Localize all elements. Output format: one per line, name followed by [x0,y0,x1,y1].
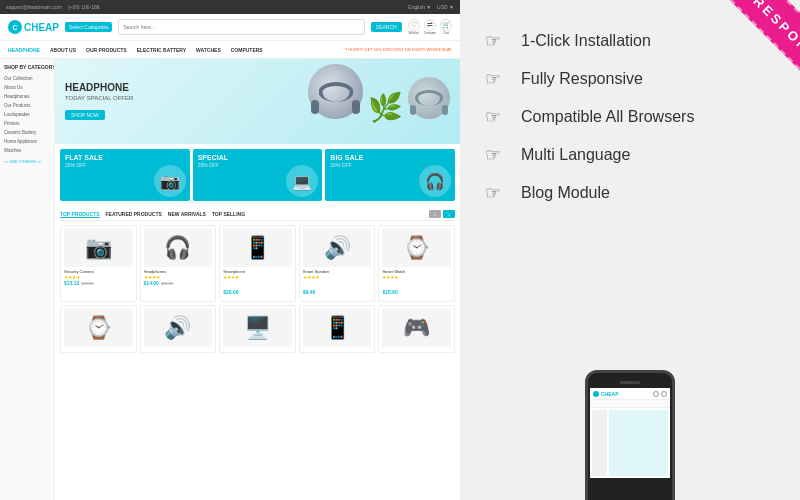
product-image: 📱 [223,229,292,267]
nav-watches[interactable]: WATCHES [196,47,221,53]
phone-sidebar [592,410,607,476]
promo-banner-3[interactable]: BIG SALE 20% OFF 🎧 [325,149,455,201]
wishlist-icon-wrap[interactable]: ♡ Wishlist [408,19,420,35]
site-header: C CHEAP Select Categories SEARCH ♡ Wishl… [0,14,460,41]
product-card-row2[interactable]: 🔊 [140,305,217,353]
sidebar-title: SHOP BY CATEGORY [4,64,50,70]
tab-top-products[interactable]: TOP PRODUCTS [60,211,100,218]
promo-banner-2[interactable]: SPECIAL 20% OFF 💻 [193,149,323,201]
feature-icon: ☞ [485,106,509,128]
hero-product-image2 [408,77,450,119]
feature-5-text: Blog Module [521,184,610,202]
sidebar-item[interactable]: Our Collection [4,74,50,83]
topbar-phone: (+00) 100-186 [68,4,100,10]
product-emoji: 📷 [85,235,112,261]
product-emoji: 🎮 [403,315,430,341]
product-image: ⌚ [64,309,133,347]
products-section: TOP PRODUCTS FEATURED PRODUCTS NEW ARRIV… [55,206,460,357]
tab-top-selling[interactable]: TOP SELLING [212,211,245,217]
promo-2-label: SPECIAL [198,154,228,162]
website-preview: support@thedomain.com (+00) 100-186 Engl… [0,0,460,500]
responsive-ribbon: RESPONSIVE [670,0,800,170]
tab-next-button[interactable]: › [443,210,455,218]
nav-headphone[interactable]: HEADPHONE [8,47,40,53]
feature-1-text: 1-Click Installation [521,32,651,50]
product-card[interactable]: 🔊 Smart Speaker ★★★★ $9.46 [299,225,376,302]
product-emoji: 🎧 [164,235,191,261]
product-card-row2[interactable]: 📱 [299,305,376,353]
product-price: $18.90 [382,289,397,295]
right-panel: RESPONSIVE ☞ 1-Click Installation ☞ Full… [460,0,800,500]
search-button[interactable]: SEARCH [371,22,402,32]
promo-1-product: 📷 [154,165,186,197]
sidebar-item[interactable]: Headphones [4,92,50,101]
hero-product-image [308,64,363,119]
feature-icon: ☞ [485,30,509,52]
feature-icon: ☞ [485,144,509,166]
feature-blog: ☞ Blog Module [485,182,775,204]
nav-about[interactable]: ABOUT US [50,47,76,53]
nav-products[interactable]: OUR PRODUCTS [86,47,127,53]
compare-icon-wrap[interactable]: ⇌ Compare [424,19,436,35]
compare-label: Compare [424,31,436,35]
sidebar-item[interactable]: Watches [4,146,50,155]
sidebar-item[interactable]: About Us [4,83,50,92]
product-price: $20.00 [223,289,238,295]
product-emoji: 🖥️ [244,315,271,341]
sidebar-item[interactable]: Our Products [4,101,50,110]
phone-screen-header: CHEAP [590,388,670,400]
product-prices: $18.90 [382,280,451,298]
sidebar-item[interactable]: Loudspeaker [4,110,50,119]
product-card-row2[interactable]: 🎮 [378,305,455,353]
product-emoji: ⌚ [85,315,112,341]
sidebar-more[interactable]: >> SEE OTHERS >> [4,159,50,164]
promo-1-discount: 20% OFF [65,162,103,168]
cart-icon-wrap[interactable]: 🛒 Cart [440,19,452,35]
sidebar-item[interactable]: Ceramic Battery [4,128,50,137]
hero-subtitle: TODAY SPACIAL OFFER [65,95,133,101]
content-area: HEADPHONE TODAY SPACIAL OFFER SHOP NOW 🌿 [55,59,460,500]
product-prices: $9.46 [303,280,372,298]
sidebar-item[interactable]: Home Appliance [4,137,50,146]
cart-icon: 🛒 [440,19,452,31]
product-card-row2[interactable]: 🖥️ [219,305,296,353]
product-prices: $13.12 $29.00 [64,280,133,286]
category-select[interactable]: Select Categories [65,22,112,32]
header-icons: ♡ Wishlist ⇌ Compare 🛒 Cart [408,19,452,35]
product-card[interactable]: 🎧 Headphones ★★★★ $14.00 $29.00 [140,225,217,302]
tab-prev-button[interactable]: ‹ [429,210,441,218]
promo-2-product: 💻 [286,165,318,197]
phone-speaker [620,381,640,384]
product-card[interactable]: 📱 Smartphone ★★★★ $20.00 [219,225,296,302]
product-emoji: 📱 [324,315,351,341]
promo-2-discount: 20% OFF [198,162,228,168]
feature-icon: ☞ [485,68,509,90]
product-card[interactable]: 📷 Security Camera ★★★★ $13.12 $29.00 [60,225,137,302]
product-card-row2[interactable]: ⌚ [60,305,137,353]
promo-3-product: 🎧 [419,165,451,197]
feature-3-text: Compatible All Browsers [521,108,694,126]
tab-nav: ‹ › [429,210,455,218]
sidebar-item[interactable]: Printers [4,119,50,128]
product-old-price: $29.00 [161,281,173,286]
products-grid: 📷 Security Camera ★★★★ $13.12 $29.00 🎧 [60,225,455,302]
wishlist-icon: ♡ [408,19,420,31]
tab-featured[interactable]: FEATURED PRODUCTS [106,211,162,217]
product-image: 🔊 [303,229,372,267]
topbar-currency: USD ▼ [437,4,454,10]
logo-text: CHEAP [24,22,59,33]
sidebar: SHOP BY CATEGORY Our Collection About Us… [0,59,55,500]
nav-computers[interactable]: COMPUTERS [231,47,263,53]
top-bar: support@thedomain.com (+00) 100-186 Engl… [0,0,460,14]
tab-new-arrivals[interactable]: NEW ARRIVALS [168,211,206,217]
phone-icon-dot [653,391,659,397]
promo-3-discount: 20% OFF [330,162,363,168]
hero-title: HEADPHONE [65,82,133,93]
search-input[interactable] [118,19,364,35]
feature-4-text: Multi Language [521,146,630,164]
promo-banner-1[interactable]: FLAT SALE 20% OFF 📷 [60,149,190,201]
hero-shop-button[interactable]: SHOP NOW [65,110,105,120]
product-card[interactable]: ⌚ Smart Watch ★★★★ $18.90 [378,225,455,302]
promo-3-label: BIG SALE [330,154,363,162]
nav-battery[interactable]: ELECTRIC BATTERY [137,47,186,53]
